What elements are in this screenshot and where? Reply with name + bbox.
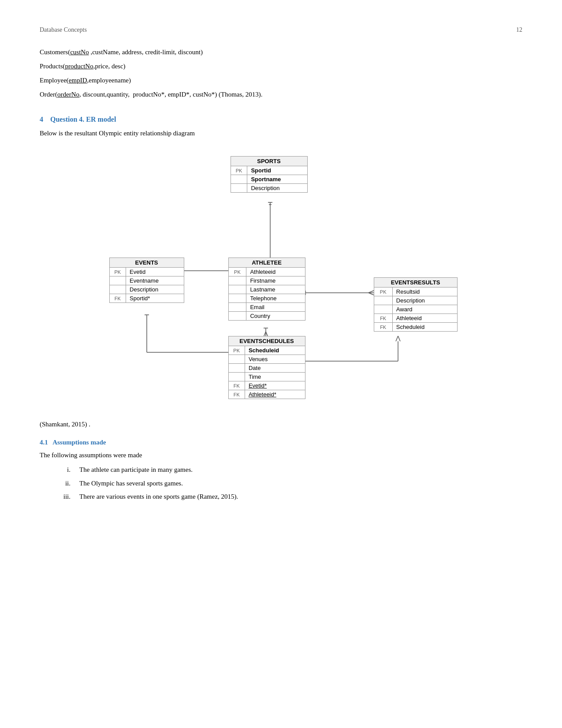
section41-heading: 4.1 Assumptions made xyxy=(40,439,522,446)
citation: (Shamkant, 2015) . xyxy=(40,421,522,428)
eventsresults-fk2: FK xyxy=(374,323,392,332)
svg-line-24 xyxy=(398,336,400,341)
eventsresults-title: EVENTSRESULTS xyxy=(374,278,457,287)
sports-pk-sportid: PK xyxy=(231,166,247,175)
sports-entity: SPORTS PK Sportid Sportname Description xyxy=(231,156,308,193)
athletee-field-athleteeid: Athleteeid xyxy=(246,268,305,276)
assumption-1-num: i. xyxy=(57,465,71,475)
events-fk: FK xyxy=(109,294,126,303)
header-page: 12 xyxy=(516,26,522,34)
schema-line-4: Order(orderNo, discount,quantity, produc… xyxy=(40,89,522,100)
section4-intro: Below is the resultant Olympic entity re… xyxy=(40,128,522,138)
header-title: Database Concepts xyxy=(40,26,87,34)
assumption-1: i. The athlete can participate in many g… xyxy=(57,465,522,475)
schema-line-2: Products(productNo,price, desc) xyxy=(40,61,522,71)
assumption-3: iii. There are various events in one spo… xyxy=(57,492,522,502)
sports-field-sportname: Sportname xyxy=(247,175,307,184)
events-field-eventname: Eventname xyxy=(126,276,184,285)
er-diagram: SPORTS PK Sportid Sportname Description … xyxy=(83,152,480,407)
athletee-field-country: Country xyxy=(246,312,305,321)
svg-line-19 xyxy=(368,293,374,295)
eventschedules-title: EVENTSCHEDULES xyxy=(228,336,305,346)
eventsresults-field-athleteeid: Athleteeid xyxy=(392,314,457,323)
svg-line-23 xyxy=(396,336,398,341)
section41-intro: The following assumptions were made xyxy=(40,450,522,460)
eventschedules-entity: EVENTSCHEDULES PK Scheduleid Venues Date… xyxy=(228,336,305,399)
svg-line-18 xyxy=(368,291,374,293)
assumption-2: ii. The Olympic has several sports games… xyxy=(57,478,522,489)
eventschedules-field-time: Time xyxy=(245,373,305,381)
events-title: EVENTS xyxy=(109,258,184,268)
assumption-3-num: iii. xyxy=(57,492,71,502)
assumptions-list: i. The athlete can participate in many g… xyxy=(57,465,522,502)
eventschedules-pk: PK xyxy=(228,346,245,355)
eventschedules-fk2: FK xyxy=(228,390,245,399)
eventschedules-field-scheduleid: Scheduleid xyxy=(245,346,305,355)
sports-field-sportid: Sportid xyxy=(247,166,307,175)
orderno-underline: orderNo xyxy=(57,91,79,98)
athletee-field-lastname: Lastname xyxy=(246,285,305,294)
eventsresults-field-description: Description xyxy=(392,296,457,305)
eventsresults-entity: EVENTSRESULTS PK Resultsid Description A… xyxy=(374,277,458,332)
eventschedules-field-date: Date xyxy=(245,364,305,373)
eventschedules-field-evetid: Evetid* xyxy=(245,381,305,390)
assumption-3-text: There are various events in one sports g… xyxy=(79,492,238,502)
events-field-sportid: Sportid* xyxy=(126,294,184,303)
athletee-title: ATHLETEE xyxy=(228,258,305,268)
schema-section: Customers(custNo ,custName, address, cre… xyxy=(40,47,522,100)
schema-line-1: Customers(custNo ,custName, address, cre… xyxy=(40,47,522,57)
assumption-1-text: The athlete can participate in many game… xyxy=(79,465,193,475)
events-field-description: Description xyxy=(126,285,184,294)
eventsresults-fk1: FK xyxy=(374,314,392,323)
athletee-pk: PK xyxy=(228,268,246,276)
eventsresults-field-scheduleid: Scheduleid xyxy=(392,323,457,332)
athletee-field-telephone: Telephone xyxy=(246,294,305,303)
eventsresults-field-award: Award xyxy=(392,305,457,314)
page-header: Database Concepts 12 xyxy=(40,26,522,34)
sports-field-description: Description xyxy=(247,184,307,193)
events-entity: EVENTS PK Evetid Eventname Description F… xyxy=(109,258,184,303)
assumption-2-text: The Olympic has several sports games. xyxy=(79,478,183,489)
events-pk: PK xyxy=(109,268,126,276)
sports-title: SPORTS xyxy=(231,157,307,166)
assumption-2-num: ii. xyxy=(57,478,71,489)
productno-underline: productNo xyxy=(65,63,93,70)
athletee-entity: ATHLETEE PK Athleteeid Firstname Lastnam… xyxy=(228,258,305,321)
eventschedules-field-athleteeid: Athleteeid* xyxy=(245,390,305,399)
section4-heading: 4 Question 4. ER model xyxy=(40,116,522,123)
athletee-field-firstname: Firstname xyxy=(246,276,305,285)
events-field-evetid: Evetid xyxy=(126,268,184,276)
schema-line-3: Employee(empID,employeename) xyxy=(40,75,522,86)
eventschedules-fk1: FK xyxy=(228,381,245,390)
athletee-field-email: Email xyxy=(246,303,305,312)
eventsresults-field-resultsid: Resultsid xyxy=(392,287,457,296)
eventsresults-pk: PK xyxy=(374,287,392,296)
custno-underline: custNo xyxy=(70,49,89,56)
empid-underline: empID xyxy=(69,77,87,84)
eventschedules-field-venues: Venues xyxy=(245,355,305,364)
